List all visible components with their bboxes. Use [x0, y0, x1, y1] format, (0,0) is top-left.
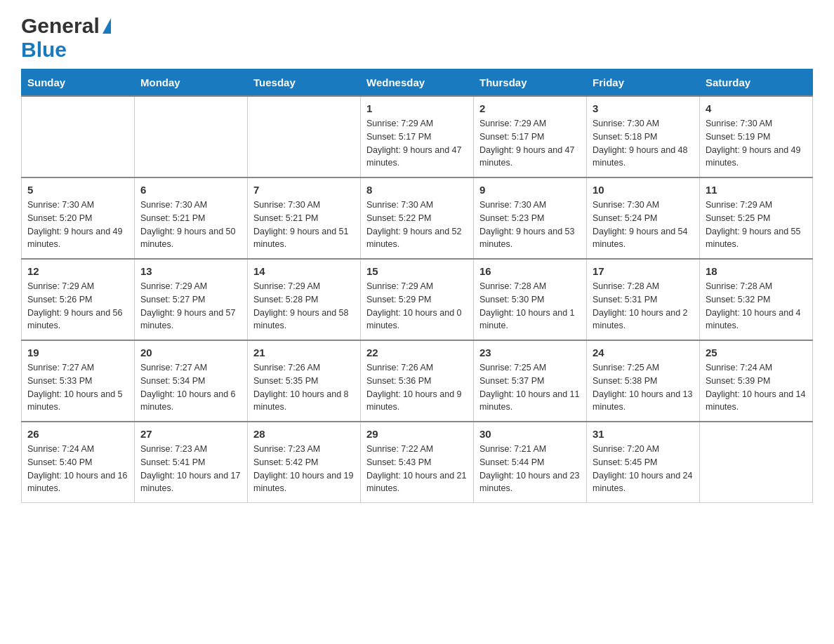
day-info: Sunrise: 7:29 AMSunset: 5:28 PMDaylight:… [253, 280, 355, 333]
calendar-day-cell: 27Sunrise: 7:23 AMSunset: 5:41 PMDayligh… [135, 422, 248, 503]
day-info: Sunrise: 7:28 AMSunset: 5:32 PMDaylight:… [706, 280, 807, 333]
calendar-day-cell [22, 96, 135, 177]
calendar-day-cell: 21Sunrise: 7:26 AMSunset: 5:35 PMDayligh… [248, 340, 361, 422]
day-info: Sunrise: 7:20 AMSunset: 5:45 PMDaylight:… [593, 443, 694, 495]
day-info: Sunrise: 7:30 AMSunset: 5:18 PMDaylight:… [593, 117, 694, 170]
day-number: 13 [140, 265, 241, 277]
calendar-day-cell: 22Sunrise: 7:26 AMSunset: 5:36 PMDayligh… [361, 340, 474, 422]
calendar-day-cell: 23Sunrise: 7:25 AMSunset: 5:37 PMDayligh… [474, 340, 587, 422]
calendar-day-cell: 15Sunrise: 7:29 AMSunset: 5:29 PMDayligh… [361, 259, 474, 340]
calendar-table: SundayMondayTuesdayWednesdayThursdayFrid… [21, 69, 813, 503]
day-number: 24 [593, 347, 694, 358]
day-info: Sunrise: 7:30 AMSunset: 5:22 PMDaylight:… [366, 199, 468, 251]
day-number: 31 [593, 428, 694, 440]
calendar-day-cell: 5Sunrise: 7:30 AMSunset: 5:20 PMDaylight… [22, 177, 135, 259]
calendar-day-cell: 7Sunrise: 7:30 AMSunset: 5:21 PMDaylight… [248, 177, 361, 259]
calendar-day-cell: 29Sunrise: 7:22 AMSunset: 5:43 PMDayligh… [361, 422, 474, 503]
day-number: 15 [366, 265, 468, 277]
calendar-day-cell: 30Sunrise: 7:21 AMSunset: 5:44 PMDayligh… [474, 422, 587, 503]
day-number: 6 [140, 184, 241, 196]
day-number: 25 [706, 347, 807, 358]
calendar-week-row: 5Sunrise: 7:30 AMSunset: 5:20 PMDaylight… [22, 177, 813, 259]
calendar-week-row: 12Sunrise: 7:29 AMSunset: 5:26 PMDayligh… [22, 259, 813, 340]
day-info: Sunrise: 7:30 AMSunset: 5:21 PMDaylight:… [140, 199, 241, 251]
day-info: Sunrise: 7:23 AMSunset: 5:42 PMDaylight:… [253, 443, 355, 495]
day-number: 16 [479, 265, 581, 277]
calendar-day-cell: 11Sunrise: 7:29 AMSunset: 5:25 PMDayligh… [700, 177, 813, 259]
calendar-day-cell: 26Sunrise: 7:24 AMSunset: 5:40 PMDayligh… [22, 422, 135, 503]
day-info: Sunrise: 7:29 AMSunset: 5:17 PMDaylight:… [479, 117, 581, 170]
calendar-week-row: 19Sunrise: 7:27 AMSunset: 5:33 PMDayligh… [22, 340, 813, 422]
calendar-day-cell: 6Sunrise: 7:30 AMSunset: 5:21 PMDaylight… [135, 177, 248, 259]
calendar-day-cell: 19Sunrise: 7:27 AMSunset: 5:33 PMDayligh… [22, 340, 135, 422]
calendar-day-cell: 4Sunrise: 7:30 AMSunset: 5:19 PMDaylight… [700, 96, 813, 177]
calendar-day-cell: 14Sunrise: 7:29 AMSunset: 5:28 PMDayligh… [248, 259, 361, 340]
calendar-day-cell: 31Sunrise: 7:20 AMSunset: 5:45 PMDayligh… [587, 422, 700, 503]
calendar-day-cell: 2Sunrise: 7:29 AMSunset: 5:17 PMDaylight… [474, 96, 587, 177]
day-number: 7 [253, 184, 355, 196]
calendar-day-cell: 24Sunrise: 7:25 AMSunset: 5:38 PMDayligh… [587, 340, 700, 422]
calendar-day-cell: 3Sunrise: 7:30 AMSunset: 5:18 PMDaylight… [587, 96, 700, 177]
day-info: Sunrise: 7:30 AMSunset: 5:23 PMDaylight:… [479, 199, 581, 251]
day-number: 22 [366, 347, 468, 358]
calendar-day-header: Thursday [474, 69, 587, 97]
day-info: Sunrise: 7:29 AMSunset: 5:29 PMDaylight:… [366, 280, 468, 333]
day-info: Sunrise: 7:29 AMSunset: 5:17 PMDaylight:… [366, 117, 468, 170]
day-info: Sunrise: 7:30 AMSunset: 5:21 PMDaylight:… [253, 199, 355, 251]
day-number: 2 [479, 102, 581, 114]
day-number: 23 [479, 347, 581, 358]
calendar-day-header: Friday [587, 69, 700, 97]
day-number: 20 [140, 347, 241, 358]
day-info: Sunrise: 7:25 AMSunset: 5:37 PMDaylight:… [479, 361, 581, 414]
day-info: Sunrise: 7:23 AMSunset: 5:41 PMDaylight:… [140, 443, 241, 495]
calendar-day-header: Tuesday [248, 69, 361, 97]
day-number: 28 [253, 428, 355, 440]
day-number: 30 [479, 428, 581, 440]
calendar-week-row: 26Sunrise: 7:24 AMSunset: 5:40 PMDayligh… [22, 422, 813, 503]
calendar-day-cell: 28Sunrise: 7:23 AMSunset: 5:42 PMDayligh… [248, 422, 361, 503]
calendar-day-header: Sunday [22, 69, 135, 97]
day-number: 14 [253, 265, 355, 277]
day-info: Sunrise: 7:26 AMSunset: 5:36 PMDaylight:… [366, 361, 468, 414]
calendar-day-cell: 8Sunrise: 7:30 AMSunset: 5:22 PMDaylight… [361, 177, 474, 259]
day-info: Sunrise: 7:30 AMSunset: 5:20 PMDaylight:… [27, 199, 128, 251]
calendar-day-cell [248, 96, 361, 177]
calendar-day-cell [700, 422, 813, 503]
calendar-day-cell: 17Sunrise: 7:28 AMSunset: 5:31 PMDayligh… [587, 259, 700, 340]
day-number: 8 [366, 184, 468, 196]
calendar-header-row: SundayMondayTuesdayWednesdayThursdayFrid… [22, 69, 813, 97]
day-info: Sunrise: 7:28 AMSunset: 5:30 PMDaylight:… [479, 280, 581, 333]
logo-blue: Blue [21, 38, 67, 61]
calendar-day-cell: 18Sunrise: 7:28 AMSunset: 5:32 PMDayligh… [700, 259, 813, 340]
day-number: 12 [27, 265, 128, 277]
day-number: 10 [593, 184, 694, 196]
day-info: Sunrise: 7:26 AMSunset: 5:35 PMDaylight:… [253, 361, 355, 414]
day-info: Sunrise: 7:30 AMSunset: 5:19 PMDaylight:… [706, 117, 807, 170]
day-number: 1 [366, 102, 468, 114]
day-info: Sunrise: 7:29 AMSunset: 5:27 PMDaylight:… [140, 280, 241, 333]
day-number: 5 [27, 184, 128, 196]
day-number: 3 [593, 102, 694, 114]
day-number: 26 [27, 428, 128, 440]
calendar-day-cell: 1Sunrise: 7:29 AMSunset: 5:17 PMDaylight… [361, 96, 474, 177]
calendar-day-cell [135, 96, 248, 177]
calendar-day-header: Wednesday [361, 69, 474, 97]
logo-triangle-icon [102, 18, 111, 34]
calendar-day-header: Monday [135, 69, 248, 97]
calendar-day-cell: 13Sunrise: 7:29 AMSunset: 5:27 PMDayligh… [135, 259, 248, 340]
day-number: 19 [27, 347, 128, 358]
day-info: Sunrise: 7:30 AMSunset: 5:24 PMDaylight:… [593, 199, 694, 251]
day-info: Sunrise: 7:25 AMSunset: 5:38 PMDaylight:… [593, 361, 694, 414]
day-number: 9 [479, 184, 581, 196]
day-info: Sunrise: 7:28 AMSunset: 5:31 PMDaylight:… [593, 280, 694, 333]
day-number: 17 [593, 265, 694, 277]
day-info: Sunrise: 7:29 AMSunset: 5:26 PMDaylight:… [27, 280, 128, 333]
day-number: 18 [706, 265, 807, 277]
day-number: 21 [253, 347, 355, 358]
day-info: Sunrise: 7:29 AMSunset: 5:25 PMDaylight:… [706, 199, 807, 251]
day-number: 27 [140, 428, 241, 440]
day-info: Sunrise: 7:24 AMSunset: 5:40 PMDaylight:… [27, 443, 128, 495]
logo-general: General [21, 14, 100, 38]
calendar-day-cell: 10Sunrise: 7:30 AMSunset: 5:24 PMDayligh… [587, 177, 700, 259]
day-info: Sunrise: 7:21 AMSunset: 5:44 PMDaylight:… [479, 443, 581, 495]
